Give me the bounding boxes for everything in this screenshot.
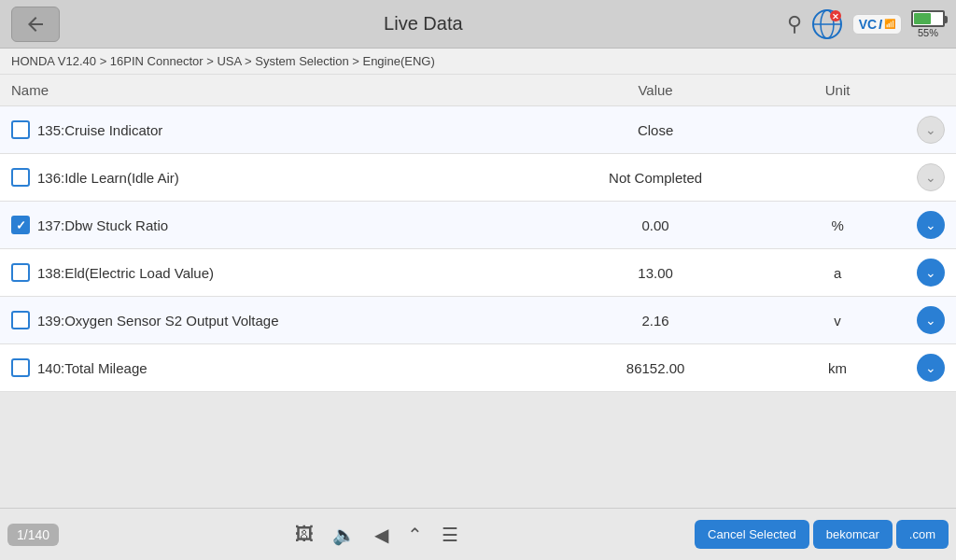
bottom-bar: 1/140 🖼 🔈 ◀ ⌃ ☰ Cancel Selected bekomcar… (0, 508, 956, 560)
checkbox[interactable] (11, 168, 30, 187)
name-wrap: 135:Cruise Indicator (11, 120, 530, 139)
svg-text:✕: ✕ (832, 12, 839, 21)
col-unit: Unit (769, 75, 906, 106)
cell-name: 137:Dbw Stuck Ratio (0, 202, 541, 249)
cell-name: 138:Eld(Electric Load Value) (0, 249, 541, 297)
expand-button[interactable]: ⌄ (917, 163, 945, 191)
nav-icons: 🖼 🔈 ◀ ⌃ ☰ (59, 524, 695, 546)
data-table-container: Name Value Unit 135:Cruise IndicatorClos… (0, 75, 956, 470)
page-title: Live Data (60, 13, 787, 35)
expand-button[interactable]: ⌄ (917, 116, 945, 144)
cell-action: ⌄ (906, 297, 956, 344)
cell-name: 136:Idle Learn(Idle Air) (0, 154, 541, 202)
volume-icon[interactable]: 🔈 (332, 524, 356, 546)
cell-name: 139:Oxygen Sensor S2 Output Voltage (0, 297, 541, 344)
search-icon[interactable]: ⚲ (787, 12, 802, 36)
vci-i: I (879, 17, 882, 32)
expand-button[interactable]: ⌄ (917, 259, 945, 287)
battery-bar (911, 10, 945, 27)
table-body: 135:Cruise IndicatorClose⌄136:Idle Learn… (0, 106, 956, 392)
row-name-label: 135:Cruise Indicator (37, 122, 162, 138)
table-row: 135:Cruise IndicatorClose⌄ (0, 106, 956, 154)
image-icon[interactable]: 🖼 (295, 524, 314, 545)
cell-value: 0.00 (541, 202, 769, 249)
record-button[interactable]: .com (896, 520, 949, 549)
name-wrap: 137:Dbw Stuck Ratio (11, 216, 530, 234)
data-table: Name Value Unit 135:Cruise IndicatorClos… (0, 75, 956, 392)
expand-button[interactable]: ⌄ (917, 211, 945, 239)
table-row: 137:Dbw Stuck Ratio0.00%⌄ (0, 202, 956, 249)
menu-icon[interactable]: ☰ (442, 524, 458, 546)
table-header: Name Value Unit (0, 75, 956, 106)
checkbox[interactable] (11, 358, 30, 377)
col-value: Value (541, 75, 769, 106)
table-row: 139:Oxygen Sensor S2 Output Voltage2.16v… (0, 297, 956, 344)
cell-unit (769, 106, 906, 154)
back-button[interactable] (11, 7, 60, 42)
cell-unit (769, 154, 906, 202)
cell-action: ⌄ (906, 344, 956, 392)
back-icon (24, 13, 47, 35)
cell-value: Not Completed (541, 154, 769, 202)
name-wrap: 140:Total Mileage (11, 358, 530, 377)
cell-value: 13.00 (541, 249, 769, 297)
cell-unit: % (769, 202, 906, 249)
breadcrumb: HONDA V12.40 > 16PIN Connector > USA > S… (0, 49, 956, 75)
row-name-label: 140:Total Mileage (37, 360, 148, 376)
cell-action: ⌄ (906, 154, 956, 202)
cell-value: 86152.00 (541, 344, 769, 392)
vci-label: VC (859, 17, 877, 32)
col-action (906, 75, 956, 106)
expand-button[interactable]: ⌄ (917, 306, 945, 334)
table-row: 136:Idle Learn(Idle Air)Not Completed⌄ (0, 154, 956, 202)
table-row: 138:Eld(Electric Load Value)13.00a⌄ (0, 249, 956, 297)
battery-indicator: 55% (911, 10, 945, 38)
checkbox[interactable] (11, 263, 30, 282)
cell-action: ⌄ (906, 106, 956, 154)
graph-button[interactable]: bekomcar (813, 520, 893, 549)
checkbox[interactable] (11, 120, 30, 139)
cell-unit: v (769, 297, 906, 344)
vci-status: VC I 📶 (852, 14, 902, 35)
checkbox[interactable] (11, 311, 30, 329)
name-wrap: 138:Eld(Electric Load Value) (11, 263, 530, 282)
globe-icon: ✕ (811, 8, 843, 40)
header-icons: ⚲ ✕ VC I 📶 55% (787, 8, 945, 40)
cell-value: Close (541, 106, 769, 154)
header: Live Data ⚲ ✕ VC I 📶 55% (0, 0, 956, 49)
col-name: Name (0, 75, 541, 106)
cell-name: 135:Cruise Indicator (0, 106, 541, 154)
cell-action: ⌄ (906, 249, 956, 297)
battery-label: 55% (918, 27, 938, 38)
page-indicator: 1/140 (7, 524, 59, 546)
name-wrap: 139:Oxygen Sensor S2 Output Voltage (11, 311, 530, 329)
cell-value: 2.16 (541, 297, 769, 344)
table-row: 140:Total Mileage86152.00km⌄ (0, 344, 956, 392)
battery-fill (914, 13, 931, 24)
page-current: 1 (17, 527, 24, 542)
cell-name: 140:Total Mileage (0, 344, 541, 392)
name-wrap: 136:Idle Learn(Idle Air) (11, 168, 530, 187)
back-nav-icon[interactable]: ◀ (374, 524, 388, 546)
cell-action: ⌄ (906, 202, 956, 249)
checkbox[interactable] (11, 216, 30, 234)
row-name-label: 139:Oxygen Sensor S2 Output Voltage (37, 313, 279, 329)
cancel-selected-button[interactable]: Cancel Selected (695, 520, 809, 549)
page-total: 140 (28, 527, 49, 542)
row-name-label: 137:Dbw Stuck Ratio (37, 217, 168, 233)
wifi-icon: 📶 (884, 19, 895, 29)
expand-button[interactable]: ⌄ (917, 354, 945, 382)
cell-unit: a (769, 249, 906, 297)
row-name-label: 136:Idle Learn(Idle Air) (37, 170, 179, 186)
row-name-label: 138:Eld(Electric Load Value) (37, 265, 214, 281)
home-icon[interactable]: ⌃ (407, 524, 423, 546)
cell-unit: km (769, 344, 906, 392)
action-buttons: Cancel Selected bekomcar .com (695, 520, 949, 549)
